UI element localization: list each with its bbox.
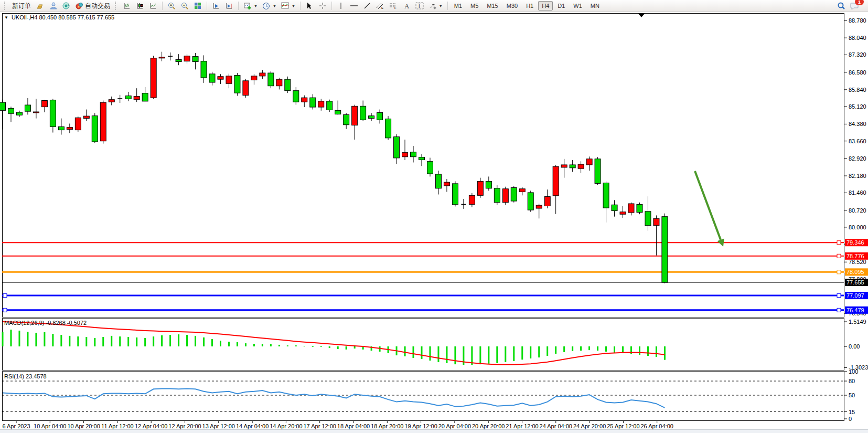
time-tick-label: 17 Apr 12:00 bbox=[304, 423, 336, 429]
macd-histogram-bar bbox=[337, 346, 339, 349]
price-tick-label: 88.040 bbox=[849, 35, 866, 41]
candle bbox=[302, 98, 307, 102]
macd-histogram-bar bbox=[454, 346, 456, 364]
candle bbox=[469, 195, 475, 204]
price-line-label-text: 77.097 bbox=[846, 292, 864, 299]
macd-histogram-bar bbox=[111, 336, 112, 346]
macd-histogram-bar bbox=[597, 346, 598, 351]
price-tick-label: 82.180 bbox=[849, 173, 866, 179]
candle bbox=[603, 183, 609, 208]
candle bbox=[16, 112, 22, 115]
macd-histogram-bar bbox=[119, 336, 121, 346]
candle bbox=[444, 182, 449, 186]
candle bbox=[419, 157, 425, 160]
price-line-label-text: 77.655 bbox=[846, 279, 864, 286]
macd-histogram-bar bbox=[27, 332, 28, 346]
line-handle[interactable] bbox=[3, 308, 7, 312]
time-tick-label: 10 Apr 04:00 bbox=[34, 423, 66, 429]
candle bbox=[620, 212, 626, 214]
candle bbox=[502, 189, 508, 203]
rsi-axis-label: 0 bbox=[849, 416, 852, 422]
candle bbox=[201, 61, 207, 78]
candle bbox=[544, 197, 550, 206]
candle bbox=[234, 76, 240, 93]
candle bbox=[645, 212, 651, 226]
macd-histogram-bar bbox=[2, 332, 4, 346]
candle bbox=[310, 98, 316, 107]
time-tick-label: 12 Apr 04:00 bbox=[135, 423, 167, 429]
time-tick-label: 21 Apr 12:00 bbox=[506, 423, 538, 429]
candle bbox=[486, 181, 491, 188]
macd-histogram-bar bbox=[44, 332, 45, 346]
candle bbox=[285, 79, 291, 91]
candle bbox=[176, 59, 181, 61]
macd-histogram-bar bbox=[471, 346, 473, 365]
symbol-ohlc-text: UKOil-,H4 80.450 80.585 77.615 77.655 bbox=[12, 14, 114, 20]
macd-histogram-bar bbox=[304, 346, 305, 346]
macd-histogram-bar bbox=[563, 346, 565, 352]
candle bbox=[344, 114, 349, 124]
macd-histogram-bar bbox=[178, 334, 179, 346]
macd-histogram-bar bbox=[85, 337, 87, 346]
line-handle[interactable] bbox=[837, 241, 841, 245]
candle bbox=[209, 74, 215, 82]
one-click-trading-expander-icon[interactable]: ▼ bbox=[4, 15, 8, 20]
macd-histogram-bar bbox=[253, 344, 255, 346]
candle bbox=[142, 93, 148, 101]
candle bbox=[226, 76, 232, 83]
macd-histogram-bar bbox=[656, 346, 657, 357]
line-handle[interactable] bbox=[837, 294, 841, 298]
macd-histogram-bar bbox=[295, 345, 297, 346]
chart-window: 88.78088.04087.32086.58085.84085.12084.3… bbox=[0, 12, 868, 429]
price-tick-label: 81.460 bbox=[849, 189, 866, 196]
macd-histogram-bar bbox=[77, 336, 79, 346]
macd-histogram-bar bbox=[329, 346, 330, 348]
macd-indicator-label: MACD(12,26,9) -0.8268 -0.5072 bbox=[4, 320, 87, 326]
macd-histogram-bar bbox=[262, 344, 263, 346]
time-tick-label: 14 Apr 20:00 bbox=[270, 423, 302, 429]
macd-histogram-bar bbox=[203, 337, 205, 346]
price-tick-label: 88.780 bbox=[849, 17, 866, 24]
candle bbox=[159, 57, 165, 58]
candle bbox=[109, 100, 114, 102]
macd-histogram-bar bbox=[10, 330, 12, 346]
macd-histogram-bar bbox=[530, 346, 531, 358]
macd-histogram-bar bbox=[186, 335, 188, 346]
candle bbox=[251, 76, 257, 80]
time-tick-label: 19 Apr 12:00 bbox=[404, 423, 437, 429]
time-tick-label: 26 Apr 04:00 bbox=[641, 423, 673, 429]
candle bbox=[318, 101, 324, 107]
macd-histogram-bar bbox=[546, 346, 548, 356]
macd-histogram-bar bbox=[211, 339, 213, 346]
macd-histogram-bar bbox=[195, 336, 196, 346]
candle bbox=[628, 204, 634, 213]
macd-histogram-bar bbox=[354, 346, 356, 348]
candle bbox=[83, 116, 89, 118]
line-handle[interactable] bbox=[837, 270, 841, 274]
candle bbox=[134, 96, 140, 99]
chart-canvas[interactable]: 88.78088.04087.32086.58085.84085.12084.3… bbox=[0, 0, 868, 433]
candle bbox=[528, 193, 533, 210]
price-tick-label: 87.320 bbox=[849, 51, 866, 58]
price-tick-label: 85.840 bbox=[849, 87, 866, 93]
candle bbox=[33, 112, 39, 113]
macd-histogram-bar bbox=[320, 346, 322, 347]
chart-background bbox=[0, 12, 868, 430]
candle bbox=[377, 112, 383, 120]
price-tick-label: 84.380 bbox=[849, 121, 866, 127]
rsi-axis-label: 15 bbox=[849, 409, 855, 415]
macd-histogram-bar bbox=[429, 346, 431, 361]
macd-histogram-bar bbox=[572, 346, 573, 351]
line-handle[interactable] bbox=[3, 294, 7, 298]
candle bbox=[268, 73, 274, 86]
line-handle[interactable] bbox=[837, 254, 841, 258]
line-handle[interactable] bbox=[837, 308, 841, 312]
candle bbox=[578, 164, 584, 168]
candle bbox=[192, 57, 198, 62]
macd-histogram-bar bbox=[169, 335, 171, 346]
macd-histogram-bar bbox=[94, 338, 95, 346]
macd-histogram-bar bbox=[479, 346, 481, 364]
mt4-application-window: 新订单 自动交易 bbox=[0, 0, 868, 433]
candle bbox=[260, 73, 265, 76]
candle bbox=[8, 108, 14, 113]
